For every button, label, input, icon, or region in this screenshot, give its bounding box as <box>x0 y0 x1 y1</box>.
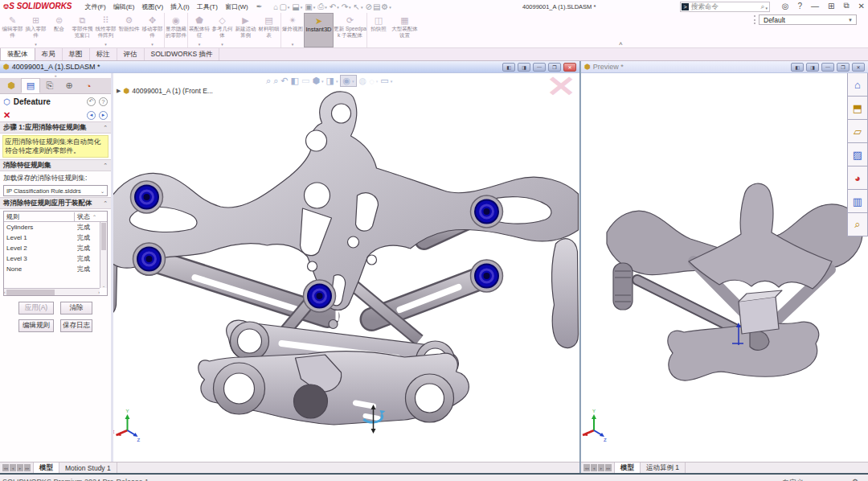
hud-icon[interactable]: ⌕ <box>273 76 278 86</box>
ruleset-dropdown[interactable]: IP Classification Rule.slddrs ⌄ <box>3 185 108 196</box>
titlebar-icon[interactable]: ◎ <box>782 2 789 10</box>
table-vertical-scrollbar[interactable]: ⌄ <box>100 222 107 288</box>
task-pane-button[interactable]: ▨ <box>847 142 868 166</box>
ribbon-button[interactable]: ✥ 移动零部件 ▾ <box>141 13 164 47</box>
apply-button[interactable]: 应用(A) <box>18 302 54 314</box>
window-button[interactable]: ✕ <box>852 63 865 72</box>
qat-button[interactable]: ⎙▾ <box>317 2 329 11</box>
panel-tab[interactable]: ▤ <box>21 78 40 93</box>
help-icon[interactable]: ? <box>99 97 108 106</box>
section-step-header[interactable]: 步骤 1:应用消除特征规则集⌃ <box>0 121 111 134</box>
ribbon-button[interactable]: ⊞ 插入零部件 ▾ <box>24 13 47 47</box>
qat-button[interactable]: ⚙▾ <box>381 2 392 11</box>
titlebar-icon[interactable]: ? <box>798 2 803 10</box>
table-horizontal-scrollbar[interactable]: ‹› <box>4 288 100 295</box>
edit-rules-button[interactable]: 编辑规则 <box>18 319 54 332</box>
ribbon-collapse-chevron[interactable]: ˄ <box>619 40 623 47</box>
nav-arrow-icon[interactable]: ▸ <box>99 111 108 120</box>
ribbon-button[interactable]: ➤ Instant3D <box>304 13 334 47</box>
command-tab[interactable]: 标注 <box>90 48 117 60</box>
table-row[interactable]: Cylinders 完成 <box>4 222 107 232</box>
qat-button[interactable]: ▢▾ <box>279 2 291 11</box>
config-combo-handle[interactable] <box>754 15 756 24</box>
command-tab[interactable]: 布局 <box>35 48 63 60</box>
nav-arrow-icon[interactable]: ◂ <box>87 111 96 120</box>
ribbon-button[interactable]: ▤ 材料明细表 <box>257 13 280 47</box>
window-button[interactable]: ◧ <box>791 63 804 72</box>
task-pane-button[interactable]: ◕ <box>847 166 868 190</box>
task-pane-button[interactable]: ▱ <box>847 119 868 143</box>
qat-button[interactable]: ⌂ <box>273 2 278 11</box>
sheet-nav-buttons[interactable]: ◂◂◂▸▸▸ <box>581 462 614 473</box>
window-button[interactable]: ❐ <box>837 63 850 72</box>
menu-item[interactable]: 工具(T) <box>197 2 218 11</box>
command-tab[interactable]: 草图 <box>63 48 90 60</box>
task-pane-button[interactable]: ⌕ <box>847 212 868 236</box>
menu-item[interactable]: 插入(I) <box>170 2 190 11</box>
section-ruleset-header[interactable]: 消除特征规则集⌃ <box>0 159 111 171</box>
task-pane-button[interactable]: ⌂ <box>847 73 868 97</box>
ribbon-button[interactable]: ⚙ 智能扣件 <box>117 13 141 47</box>
qat-button[interactable]: ▤ <box>373 2 380 11</box>
menu-item[interactable]: 窗口(W) <box>225 2 248 11</box>
table-row[interactable]: Level 2 完成 <box>4 243 107 253</box>
menu-item[interactable]: 视图(V) <box>141 2 163 11</box>
model-tab[interactable]: 模型 <box>614 462 641 473</box>
table-row[interactable]: Level 1 完成 <box>4 232 107 243</box>
ribbon-button[interactable]: ✴ 爆炸视图 ▾ <box>280 13 304 47</box>
window-button[interactable]: ◨ <box>806 63 819 72</box>
ribbon-button[interactable]: ⊜ 配合 <box>47 13 71 47</box>
hud-icon[interactable]: ⬢▾ <box>312 76 323 86</box>
titlebar-icon[interactable]: ✕ <box>858 2 865 10</box>
hud-icon[interactable]: ◧ <box>291 76 299 86</box>
model-tab[interactable]: 模型 <box>33 462 59 473</box>
titlebar-icon[interactable]: ⧉ <box>843 1 849 10</box>
table-row[interactable]: None 完成 <box>4 264 107 274</box>
window-button[interactable]: ◨ <box>518 63 530 72</box>
qat-button[interactable]: ⬓▾ <box>292 2 304 11</box>
window-button[interactable]: ✕ <box>563 63 576 72</box>
titlebar-icon[interactable]: — <box>811 2 819 10</box>
ribbon-button[interactable]: ▦ 大型装配体设置 <box>390 13 420 47</box>
search-box[interactable]: > 搜索命令 ⌕ ▾ <box>680 2 770 12</box>
preview-viewport[interactable]: YXZ ⌂⬒▱▨◕▥⌕ <box>581 73 868 462</box>
ribbon-button[interactable]: ◇ 参考几何体 ▾ <box>211 13 234 47</box>
window-button[interactable]: — <box>821 63 834 72</box>
window-button[interactable]: ❐ <box>548 63 561 72</box>
menu-item[interactable]: 文件(F) <box>85 2 106 11</box>
panel-tab[interactable]: ⎘ <box>40 78 59 93</box>
qat-button[interactable]: ↖▾ <box>354 2 365 11</box>
hud-icon[interactable]: ◨▾ <box>326 76 338 86</box>
task-pane-button[interactable]: ⬒ <box>847 96 868 120</box>
defeature-close-watermark[interactable]: ✕ <box>546 73 576 101</box>
ribbon-button[interactable]: ◫ 拍快照 <box>366 13 390 47</box>
hud-icon[interactable]: ⌕ <box>266 76 271 86</box>
qat-button[interactable]: ↷▾ <box>342 2 353 11</box>
help-icon[interactable]: ↶ <box>87 97 96 106</box>
window-button[interactable]: ◧ <box>502 63 515 72</box>
hud-icon[interactable]: ◉▾ <box>340 75 356 87</box>
hud-icon[interactable]: ◌▾ <box>369 76 378 86</box>
panel-tab[interactable]: ⬢ <box>2 78 21 93</box>
command-tab[interactable]: SOLIDWORKS 插件 <box>145 48 220 60</box>
table-row[interactable]: Level 3 完成 <box>4 253 107 264</box>
panel-tab[interactable]: ◔ <box>79 78 98 93</box>
ribbon-button[interactable]: ⧉ 零部件预览窗口 <box>71 13 94 47</box>
titlebar-icon[interactable]: ⊞ <box>828 2 834 10</box>
cancel-icon[interactable]: ✕ <box>3 110 10 121</box>
hud-icon[interactable]: ↶ <box>280 76 288 86</box>
task-pane-button[interactable]: ▥ <box>847 189 868 213</box>
qat-button[interactable]: ⊘ <box>366 2 372 11</box>
hud-icon[interactable]: ▭ <box>301 76 309 86</box>
model-tab[interactable]: Motion Study 1 <box>59 462 117 473</box>
clear-button[interactable]: 清除 <box>60 302 92 314</box>
ribbon-button[interactable]: ⟳ 更新 Speedpak 子装配体 <box>334 13 366 47</box>
configuration-combo[interactable]: Default ▼ <box>759 14 857 25</box>
ribbon-button[interactable]: ⠿ 线性零部件阵列 ▾ <box>94 13 117 47</box>
panel-tab[interactable]: ⊕ <box>59 78 79 93</box>
section-apply-header[interactable]: 将消除特征规则应用于装配体⌃ <box>0 197 111 209</box>
search-icon[interactable]: ⌕ <box>760 2 764 11</box>
window-button[interactable]: — <box>533 63 546 72</box>
save-log-button[interactable]: 保存日志 <box>60 319 92 332</box>
command-tab[interactable]: 评估 <box>117 48 145 60</box>
